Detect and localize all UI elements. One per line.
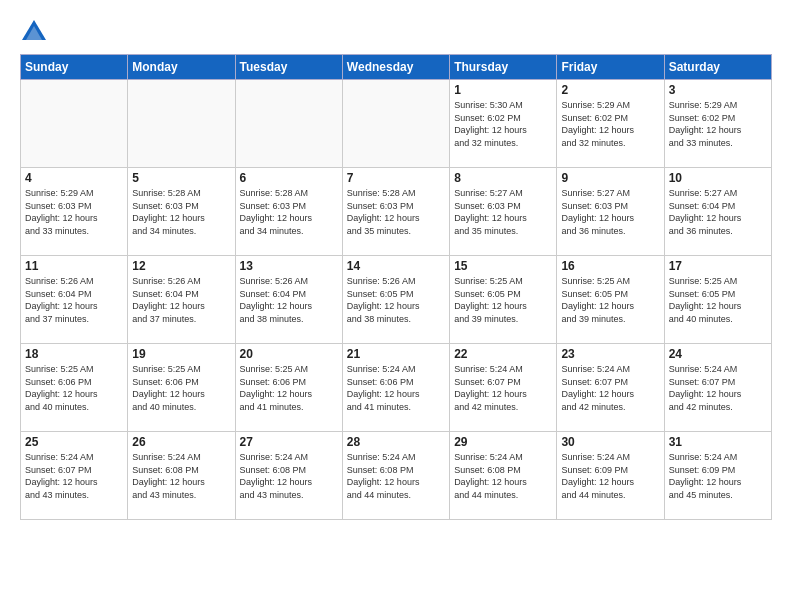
calendar-cell: 19Sunrise: 5:25 AMSunset: 6:06 PMDayligh… — [128, 344, 235, 432]
week-row-3: 18Sunrise: 5:25 AMSunset: 6:06 PMDayligh… — [21, 344, 772, 432]
day-number: 26 — [132, 435, 230, 449]
day-number: 3 — [669, 83, 767, 97]
calendar-cell: 27Sunrise: 5:24 AMSunset: 6:08 PMDayligh… — [235, 432, 342, 520]
calendar-cell: 17Sunrise: 5:25 AMSunset: 6:05 PMDayligh… — [664, 256, 771, 344]
day-number: 1 — [454, 83, 552, 97]
day-number: 15 — [454, 259, 552, 273]
day-info: Sunrise: 5:25 AMSunset: 6:05 PMDaylight:… — [669, 275, 767, 325]
calendar-cell: 6Sunrise: 5:28 AMSunset: 6:03 PMDaylight… — [235, 168, 342, 256]
calendar-cell: 9Sunrise: 5:27 AMSunset: 6:03 PMDaylight… — [557, 168, 664, 256]
calendar-cell: 4Sunrise: 5:29 AMSunset: 6:03 PMDaylight… — [21, 168, 128, 256]
day-number: 28 — [347, 435, 445, 449]
day-number: 24 — [669, 347, 767, 361]
day-number: 14 — [347, 259, 445, 273]
calendar-cell: 29Sunrise: 5:24 AMSunset: 6:08 PMDayligh… — [450, 432, 557, 520]
day-info: Sunrise: 5:30 AMSunset: 6:02 PMDaylight:… — [454, 99, 552, 149]
calendar-cell: 31Sunrise: 5:24 AMSunset: 6:09 PMDayligh… — [664, 432, 771, 520]
day-number: 12 — [132, 259, 230, 273]
day-number: 17 — [669, 259, 767, 273]
day-info: Sunrise: 5:25 AMSunset: 6:06 PMDaylight:… — [25, 363, 123, 413]
day-number: 9 — [561, 171, 659, 185]
day-info: Sunrise: 5:24 AMSunset: 6:09 PMDaylight:… — [561, 451, 659, 501]
day-info: Sunrise: 5:25 AMSunset: 6:05 PMDaylight:… — [561, 275, 659, 325]
calendar-cell: 10Sunrise: 5:27 AMSunset: 6:04 PMDayligh… — [664, 168, 771, 256]
day-info: Sunrise: 5:26 AMSunset: 6:04 PMDaylight:… — [240, 275, 338, 325]
day-info: Sunrise: 5:26 AMSunset: 6:04 PMDaylight:… — [132, 275, 230, 325]
day-info: Sunrise: 5:27 AMSunset: 6:03 PMDaylight:… — [454, 187, 552, 237]
day-info: Sunrise: 5:24 AMSunset: 6:08 PMDaylight:… — [347, 451, 445, 501]
calendar-cell: 7Sunrise: 5:28 AMSunset: 6:03 PMDaylight… — [342, 168, 449, 256]
calendar-cell: 1Sunrise: 5:30 AMSunset: 6:02 PMDaylight… — [450, 80, 557, 168]
week-row-0: 1Sunrise: 5:30 AMSunset: 6:02 PMDaylight… — [21, 80, 772, 168]
logo — [20, 18, 52, 46]
day-number: 11 — [25, 259, 123, 273]
calendar-cell: 21Sunrise: 5:24 AMSunset: 6:06 PMDayligh… — [342, 344, 449, 432]
day-number: 6 — [240, 171, 338, 185]
day-info: Sunrise: 5:24 AMSunset: 6:07 PMDaylight:… — [561, 363, 659, 413]
calendar-cell — [21, 80, 128, 168]
week-row-1: 4Sunrise: 5:29 AMSunset: 6:03 PMDaylight… — [21, 168, 772, 256]
calendar-cell: 13Sunrise: 5:26 AMSunset: 6:04 PMDayligh… — [235, 256, 342, 344]
day-info: Sunrise: 5:24 AMSunset: 6:08 PMDaylight:… — [240, 451, 338, 501]
day-number: 18 — [25, 347, 123, 361]
day-number: 19 — [132, 347, 230, 361]
calendar-cell: 8Sunrise: 5:27 AMSunset: 6:03 PMDaylight… — [450, 168, 557, 256]
weekday-header-monday: Monday — [128, 55, 235, 80]
calendar-cell: 3Sunrise: 5:29 AMSunset: 6:02 PMDaylight… — [664, 80, 771, 168]
calendar-cell: 18Sunrise: 5:25 AMSunset: 6:06 PMDayligh… — [21, 344, 128, 432]
day-info: Sunrise: 5:24 AMSunset: 6:09 PMDaylight:… — [669, 451, 767, 501]
day-number: 29 — [454, 435, 552, 449]
day-number: 27 — [240, 435, 338, 449]
day-info: Sunrise: 5:24 AMSunset: 6:07 PMDaylight:… — [25, 451, 123, 501]
day-info: Sunrise: 5:27 AMSunset: 6:04 PMDaylight:… — [669, 187, 767, 237]
day-number: 22 — [454, 347, 552, 361]
calendar-cell — [128, 80, 235, 168]
calendar-cell — [342, 80, 449, 168]
day-number: 25 — [25, 435, 123, 449]
header — [20, 18, 772, 46]
calendar-cell: 2Sunrise: 5:29 AMSunset: 6:02 PMDaylight… — [557, 80, 664, 168]
calendar-cell: 16Sunrise: 5:25 AMSunset: 6:05 PMDayligh… — [557, 256, 664, 344]
page: SundayMondayTuesdayWednesdayThursdayFrid… — [0, 0, 792, 612]
weekday-header-saturday: Saturday — [664, 55, 771, 80]
day-info: Sunrise: 5:26 AMSunset: 6:04 PMDaylight:… — [25, 275, 123, 325]
day-info: Sunrise: 5:27 AMSunset: 6:03 PMDaylight:… — [561, 187, 659, 237]
day-number: 2 — [561, 83, 659, 97]
week-row-4: 25Sunrise: 5:24 AMSunset: 6:07 PMDayligh… — [21, 432, 772, 520]
calendar-cell: 23Sunrise: 5:24 AMSunset: 6:07 PMDayligh… — [557, 344, 664, 432]
calendar-cell: 24Sunrise: 5:24 AMSunset: 6:07 PMDayligh… — [664, 344, 771, 432]
calendar-cell: 12Sunrise: 5:26 AMSunset: 6:04 PMDayligh… — [128, 256, 235, 344]
weekday-header-thursday: Thursday — [450, 55, 557, 80]
weekday-header-tuesday: Tuesday — [235, 55, 342, 80]
day-number: 31 — [669, 435, 767, 449]
calendar-cell: 22Sunrise: 5:24 AMSunset: 6:07 PMDayligh… — [450, 344, 557, 432]
day-info: Sunrise: 5:26 AMSunset: 6:05 PMDaylight:… — [347, 275, 445, 325]
calendar-cell: 15Sunrise: 5:25 AMSunset: 6:05 PMDayligh… — [450, 256, 557, 344]
day-number: 20 — [240, 347, 338, 361]
day-info: Sunrise: 5:24 AMSunset: 6:06 PMDaylight:… — [347, 363, 445, 413]
weekday-header-friday: Friday — [557, 55, 664, 80]
calendar-cell: 20Sunrise: 5:25 AMSunset: 6:06 PMDayligh… — [235, 344, 342, 432]
day-info: Sunrise: 5:24 AMSunset: 6:07 PMDaylight:… — [669, 363, 767, 413]
calendar-cell: 11Sunrise: 5:26 AMSunset: 6:04 PMDayligh… — [21, 256, 128, 344]
day-info: Sunrise: 5:28 AMSunset: 6:03 PMDaylight:… — [240, 187, 338, 237]
day-info: Sunrise: 5:29 AMSunset: 6:02 PMDaylight:… — [669, 99, 767, 149]
logo-icon — [20, 18, 48, 46]
day-info: Sunrise: 5:24 AMSunset: 6:08 PMDaylight:… — [132, 451, 230, 501]
day-number: 21 — [347, 347, 445, 361]
day-number: 5 — [132, 171, 230, 185]
day-number: 8 — [454, 171, 552, 185]
day-info: Sunrise: 5:24 AMSunset: 6:07 PMDaylight:… — [454, 363, 552, 413]
day-number: 23 — [561, 347, 659, 361]
week-row-2: 11Sunrise: 5:26 AMSunset: 6:04 PMDayligh… — [21, 256, 772, 344]
weekday-header-sunday: Sunday — [21, 55, 128, 80]
calendar-cell: 14Sunrise: 5:26 AMSunset: 6:05 PMDayligh… — [342, 256, 449, 344]
day-number: 7 — [347, 171, 445, 185]
day-number: 30 — [561, 435, 659, 449]
day-number: 16 — [561, 259, 659, 273]
day-number: 10 — [669, 171, 767, 185]
weekday-header-row: SundayMondayTuesdayWednesdayThursdayFrid… — [21, 55, 772, 80]
calendar-cell: 30Sunrise: 5:24 AMSunset: 6:09 PMDayligh… — [557, 432, 664, 520]
calendar: SundayMondayTuesdayWednesdayThursdayFrid… — [20, 54, 772, 520]
day-info: Sunrise: 5:25 AMSunset: 6:06 PMDaylight:… — [240, 363, 338, 413]
